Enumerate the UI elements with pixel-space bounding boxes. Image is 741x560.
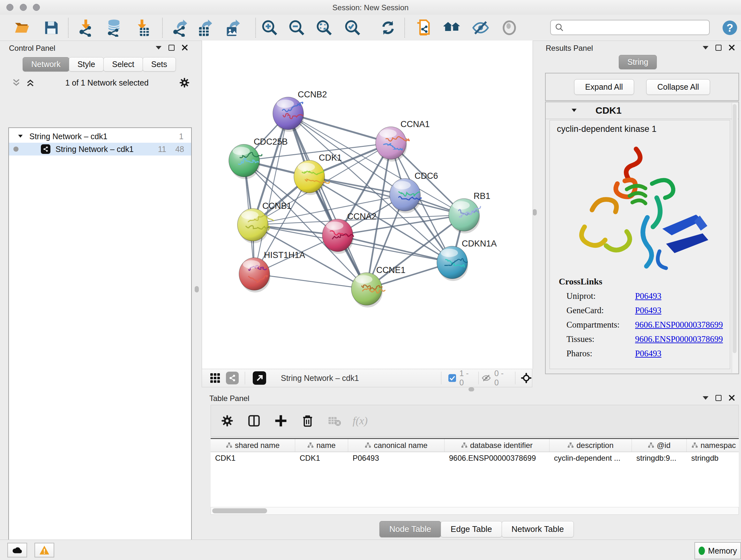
network-edge-CCNB2-CCNE1[interactable] [288,113,367,289]
column-header-namespac[interactable]: namespac [687,439,739,452]
network-node-RB1[interactable] [449,199,481,233]
collapse-all-button[interactable]: Collapse All [646,79,711,95]
crosslink-link[interactable]: P06493 [635,349,662,359]
column-header-description[interactable]: description [549,439,632,452]
network-share-view-button[interactable] [224,369,241,387]
network-node-CDKN1A[interactable] [437,246,468,281]
zoom-in-button[interactable] [259,17,280,38]
network-options-gear-icon[interactable] [179,77,190,88]
show-graphics-details-button[interactable] [499,17,520,38]
zoom-out-button[interactable] [286,17,307,38]
grid-view-button[interactable] [206,369,224,387]
network-edge-CCNA2-CDKN1A[interactable] [338,235,452,262]
refresh-icon [380,19,397,37]
export-image-button[interactable] [222,17,243,38]
create-column-button[interactable] [272,412,289,429]
horizontal-splitter-handle[interactable] [468,387,474,391]
search-field[interactable] [550,20,710,35]
crosslink-link[interactable]: P06493 [635,306,662,315]
tab-node-table[interactable]: Node Table [380,521,441,537]
network-node-CCNB2[interactable] [273,97,304,132]
open-session-button[interactable] [11,17,32,38]
crosslink-row: Tissues:9606.ENSP00000378699 [566,334,730,344]
export-network-button[interactable] [170,17,191,38]
expand-all-button[interactable]: Expand All [574,79,634,95]
export-table-button[interactable] [194,17,215,38]
close-panel-icon[interactable] [182,44,188,51]
maximize-panel-icon[interactable] [716,395,722,401]
column-header-shared-name[interactable]: shared name [211,439,295,452]
scrollbar-thumb[interactable] [212,508,267,513]
network-view-canvas[interactable]: CCNB2CCNA1CDC25BCDK1CDC6RB1CCNB1CCNA2CDK… [202,41,533,369]
results-scrollbar-thumb[interactable] [733,104,737,353]
network-node-CDK1[interactable] [294,160,329,195]
share-session-button[interactable] [413,17,434,38]
hide-show-panels-button[interactable] [470,17,491,38]
zoom-selected-button[interactable] [342,17,363,38]
crosslink-row: Uniprot:P06493 [566,291,730,301]
network-node-CDC6[interactable] [390,179,421,213]
crosslinks-list: Uniprot:P06493GeneCard:P06493Compartment… [566,291,730,359]
close-panel-icon[interactable] [729,395,735,401]
table-row[interactable]: CDK1CDK1P064939606.ENSP00000378699cyclin… [211,452,739,464]
maximize-panel-icon[interactable] [716,45,722,51]
tab-network-table[interactable]: Network Table [502,521,574,537]
maximize-panel-icon[interactable] [169,45,175,51]
table-settings-button[interactable] [219,412,236,429]
network-node-CCNB1[interactable] [238,208,274,243]
tab-style[interactable]: Style [69,57,104,71]
memory-button[interactable]: Memory [694,542,741,559]
detach-view-button[interactable] [251,369,268,387]
tab-network[interactable]: Network [23,57,69,71]
crosslink-link[interactable]: 9606.ENSP00000378699 [635,320,723,330]
collapse-all-icon[interactable] [11,78,21,87]
crosslink-label: Pharos: [566,349,635,359]
column-header-canonical-name[interactable]: canonical name [348,439,445,452]
collection-expand-icon[interactable] [17,133,23,139]
results-panel-title: Results Panel [546,44,593,53]
table-horizontal-scrollbar[interactable] [211,507,739,515]
save-session-button[interactable] [41,17,62,38]
search-input[interactable] [564,23,709,32]
import-table-button[interactable] [132,17,153,38]
import-network-button[interactable] [76,17,97,38]
fit-content-crosshair-icon[interactable] [521,371,532,385]
selected-checkbox-icon[interactable] [448,373,456,383]
results-scrollbar[interactable] [732,103,738,373]
home-layouts-button[interactable] [441,17,462,38]
show-columns-button[interactable] [246,412,263,429]
network-node-HIST1H1A[interactable] [239,258,270,293]
column-header-database-identifier[interactable]: database identifier [445,439,549,452]
cloud-button[interactable] [7,543,27,557]
expand-all-icon[interactable] [25,78,35,87]
warnings-button[interactable] [35,543,54,557]
close-panel-icon[interactable] [729,44,735,51]
import-network-from-database-button[interactable] [104,17,125,38]
share-document-icon [414,19,432,37]
zoom-fit-button[interactable] [314,17,335,38]
float-panel-icon[interactable] [703,46,709,50]
network-collection-row[interactable]: String Network – cdk1 1 [9,130,191,143]
tab-edge-table[interactable]: Edge Table [441,521,502,537]
right-splitter-handle[interactable] [533,209,537,215]
left-splitter-handle[interactable] [195,286,199,293]
delete-column-button[interactable] [299,412,316,429]
section-collapse-icon[interactable] [570,107,578,114]
float-panel-icon[interactable] [156,46,161,50]
column-header-@id[interactable]: @id [632,439,687,452]
network-node-CCNA2[interactable] [322,219,354,254]
tab-string[interactable]: String [619,55,657,69]
crosslink-link[interactable]: 9606.ENSP00000378699 [635,334,723,344]
help-button[interactable]: ? [719,17,740,38]
column-header-name[interactable]: name [295,439,348,452]
refresh-button[interactable] [378,17,399,38]
network-list-header: 1 of 1 Network selected [11,76,190,90]
tab-sets[interactable]: Sets [143,57,176,71]
string-network-graph[interactable]: CCNB2CCNA1CDC25BCDK1CDC6RB1CCNB1CCNA2CDK… [202,41,533,369]
gene-section-header[interactable]: CDK1 [546,102,738,119]
tab-select[interactable]: Select [104,57,143,71]
network-edge-HIST1H1A-CCNE1[interactable] [254,274,367,289]
float-panel-icon[interactable] [703,396,709,400]
network-row[interactable]: String Network – cdk1 11 48 [9,143,191,155]
crosslink-link[interactable]: P06493 [635,291,662,301]
